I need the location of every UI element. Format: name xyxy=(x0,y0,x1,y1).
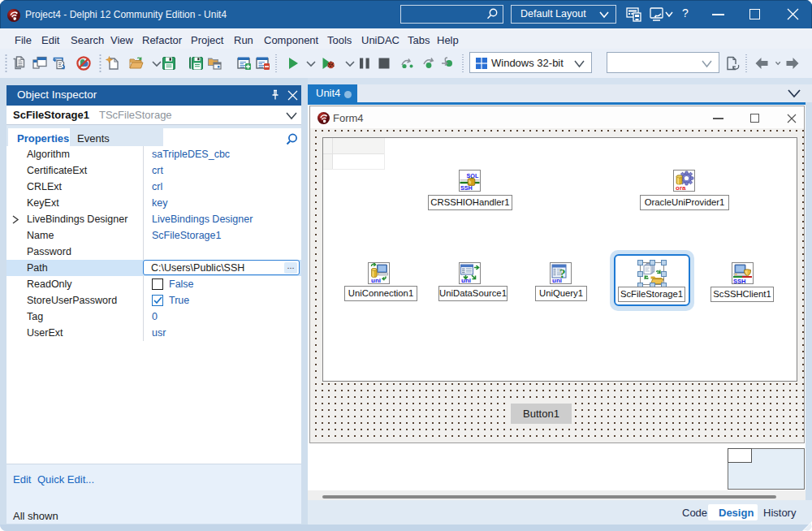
svg-text:SSH: SSH xyxy=(733,278,745,284)
svg-text:uni: uni xyxy=(552,277,562,284)
svg-text:uni: uni xyxy=(371,277,381,283)
svg-text:SSH: SSH xyxy=(460,184,473,191)
svg-text:ora: ora xyxy=(676,184,686,191)
svg-text:uni: uni xyxy=(461,277,471,283)
